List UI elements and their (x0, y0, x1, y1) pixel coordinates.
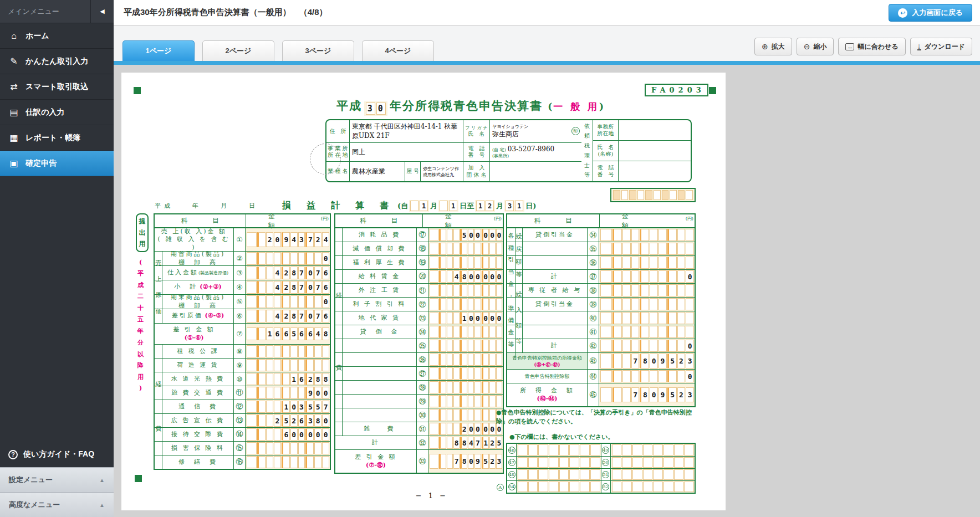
zoom-out-button[interactable]: ⊖縮小 (797, 38, 834, 55)
sidebar-item-smart-import[interactable]: ⇄スマート取引取込 (0, 74, 114, 100)
amount-field: 0 (599, 270, 695, 283)
back-to-input-button[interactable]: ↩ 入力画面に戻る (889, 4, 972, 22)
submission-tab: 提出用 (136, 213, 149, 252)
tab-page-4[interactable]: 4ページ (362, 40, 434, 61)
zoom-in-button[interactable]: ⊕拡大 (754, 38, 792, 55)
amount-cell: 7 (631, 354, 640, 368)
amount-cell (257, 414, 266, 427)
sidebar-item-easy-entry[interactable]: ✎かんたん取引入力 (0, 49, 114, 74)
office-grid-cell (528, 482, 538, 492)
form-row-㊴: 貸倒引当金㊴ (507, 297, 695, 311)
amount-cell (282, 456, 290, 468)
amount-field (428, 298, 503, 311)
sidebar-item-journal-entry[interactable]: ▤仕訳の入力 (0, 100, 114, 125)
amount-cell (474, 381, 481, 393)
office-grid-cells (611, 444, 695, 456)
sidebar-item-help-faq[interactable]: ? 使い方ガイド・FAQ (0, 442, 114, 467)
amount-cell (474, 340, 481, 352)
amount-cell: 8 (460, 454, 467, 469)
sidebar-item-label: 仕訳の入力 (25, 108, 64, 117)
document-viewer[interactable]: FA0203 平成30年分所得税青色申告決算書 (一 般 用) 住 所 東京都 … (114, 65, 980, 517)
amount-cell: 2 (677, 354, 686, 368)
amount-cell: 4 (274, 267, 281, 279)
amount-cell (447, 229, 453, 241)
amount-cell (439, 270, 446, 283)
amount-header: 金 額(円) (599, 214, 695, 227)
amount-cell: 0 (322, 414, 329, 427)
subject-label-text: 貸 倒 金 (360, 328, 399, 336)
office-grid-cell (580, 457, 590, 468)
subject-label-text: 損 害 保 険 料 (171, 444, 224, 452)
office-grid-cell (590, 469, 600, 480)
amount-cell: 2 (314, 232, 321, 247)
subject-label: 減 価 償 却 費 (343, 242, 416, 255)
row-number: ㊸ (587, 353, 599, 369)
sidebar-item-tax-return[interactable]: ▣確定申告 (0, 151, 114, 176)
amount-cell (496, 381, 502, 393)
trade-name-value: 弥生コンテンツ作成用株式会社九 (421, 162, 463, 181)
amount-cell: 0 (474, 270, 481, 283)
sidebar-settings-menu[interactable]: 設定メニュー▲ (0, 467, 114, 492)
tab-page-2[interactable]: 2ページ (202, 40, 274, 61)
office-grid-cells (611, 469, 695, 480)
pl-date-line: 平成 年 月 日 (155, 202, 282, 210)
subject-label: 差 引 金 額(⑦-㉜) (335, 450, 416, 473)
subject-label: 通 信 費 (162, 400, 233, 413)
download-icon: ↓ (917, 43, 921, 50)
amount-cell (266, 359, 273, 371)
amount-cell: 7 (314, 267, 321, 279)
office-grid-cell (569, 444, 579, 455)
form-row-㉕: ㉕ (335, 339, 503, 352)
download-button[interactable]: ↓ダウンロード (910, 38, 972, 55)
subject-label (523, 242, 587, 255)
office-grid-cell (643, 444, 653, 455)
row-number: ㊷ (587, 339, 599, 352)
amount-cell (659, 326, 667, 338)
amount-cell (659, 340, 667, 352)
amount-cell (453, 381, 460, 393)
control-grid-cell (662, 190, 669, 200)
subject-label-text: 利 子 割 引 料 (353, 300, 406, 308)
sidebar-item-home[interactable]: ⌂ホーム (0, 23, 114, 49)
office-grid-cell (653, 444, 663, 455)
amount-cell: 3 (298, 232, 305, 247)
amount-cell (600, 326, 612, 338)
amount-cell (468, 284, 474, 296)
amount-cell (686, 284, 694, 296)
amount-cell (447, 284, 453, 296)
amount-cell: 1 (266, 327, 273, 340)
subject-label-text: 小 計 (②+③) (174, 283, 221, 291)
tab-page-1[interactable]: 1ページ (122, 40, 195, 61)
tab-page-3[interactable]: 3ページ (282, 40, 354, 61)
control-grid-cell (678, 190, 685, 200)
subject-label-text: 計 (372, 439, 380, 447)
amount-cell (453, 312, 460, 324)
tax-accountant-strip-char: 理 (584, 152, 590, 160)
amount-cell: 0 (468, 423, 474, 435)
amount-cell: 0 (298, 428, 305, 441)
amount-cell (298, 295, 305, 308)
amount-cell (460, 298, 467, 310)
control-grid-cell (637, 190, 645, 200)
fit-width-button[interactable]: ↔幅に合わせる (838, 38, 905, 55)
formula-label: (㊸-㊹) (537, 395, 558, 403)
subject-label-text: 給 料 賃 金 (359, 273, 401, 280)
amount-field (428, 256, 503, 269)
amount-cell: 5 (305, 401, 314, 413)
amount-cell (650, 243, 658, 255)
sidebar-collapse-button[interactable]: ◀ (90, 0, 114, 23)
amount-cell: 2 (282, 281, 290, 294)
sidebar-advanced-menu[interactable]: 高度なメニュー▲ (0, 492, 114, 517)
sidebar-item-reports[interactable]: ▦レポート・帳簿 (0, 125, 114, 151)
amount-cell: 6 (298, 327, 305, 340)
amount-cell (650, 370, 658, 382)
amount-cell (266, 442, 273, 454)
row-number: ㊺ (587, 383, 599, 406)
office-value: 同上 (350, 143, 463, 162)
office-use-grid: 464947504851A5452 (506, 443, 696, 494)
amount-cell (474, 298, 481, 310)
amount-cell: 1 (482, 437, 489, 449)
amount-cell: 0 (686, 270, 694, 283)
office-grid-cell (653, 482, 663, 492)
amount-cell (274, 359, 281, 371)
